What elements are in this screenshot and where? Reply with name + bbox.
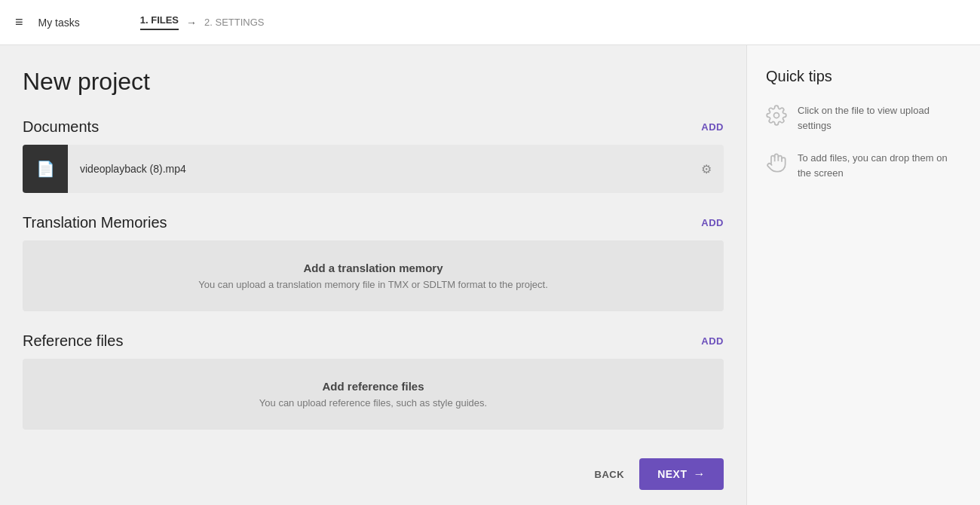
reference-files-empty-subtitle: You can upload reference files, such as … bbox=[38, 397, 709, 409]
hamburger-icon[interactable]: ≡ bbox=[15, 14, 23, 30]
header: ≡ My tasks 1. FILES → 2. SETTINGS bbox=[0, 0, 980, 45]
reference-files-add-button[interactable]: ADD bbox=[701, 335, 724, 347]
documents-section-header: Documents ADD bbox=[23, 118, 724, 136]
page-title: New project bbox=[23, 68, 724, 96]
next-button[interactable]: NEXT → bbox=[639, 458, 724, 490]
documents-add-button[interactable]: ADD bbox=[701, 121, 724, 133]
translation-memories-add-button[interactable]: ADD bbox=[701, 217, 724, 228]
steps-container: 1. FILES → 2. SETTINGS bbox=[140, 14, 265, 30]
back-button[interactable]: BACK bbox=[595, 469, 625, 480]
reference-files-section: Reference files ADD Add reference files … bbox=[23, 332, 724, 430]
content-area: New project Documents ADD 📄 videoplaybac… bbox=[0, 45, 746, 505]
translation-memories-section-header: Translation Memories ADD bbox=[23, 214, 724, 231]
step1-label[interactable]: 1. FILES bbox=[140, 14, 179, 30]
doc-settings-icon[interactable]: ⚙ bbox=[701, 162, 712, 176]
reference-files-empty-box: Add reference files You can upload refer… bbox=[23, 359, 724, 430]
next-button-label: NEXT bbox=[657, 468, 687, 480]
doc-filename: videoplayback (8).mp4 bbox=[68, 163, 701, 175]
translation-memories-section: Translation Memories ADD Add a translati… bbox=[23, 214, 724, 311]
documents-section: Documents ADD 📄 videoplayback (8).mp4 ⚙ bbox=[23, 118, 724, 193]
tip-text-1: Click on the file to view upload setting… bbox=[798, 103, 961, 133]
translation-memories-empty-title: Add a translation memory bbox=[38, 262, 709, 274]
reference-files-section-title: Reference files bbox=[23, 332, 123, 350]
translation-memories-empty-box: Add a translation memory You can upload … bbox=[23, 240, 724, 311]
tip-text-2: To add files, you can drop them on the s… bbox=[798, 151, 961, 180]
documents-section-title: Documents bbox=[23, 118, 99, 136]
tip-item-1: Click on the file to view upload setting… bbox=[766, 103, 961, 133]
footer: BACK NEXT → bbox=[595, 458, 724, 490]
step-arrow: → bbox=[186, 17, 197, 29]
tip-item-2: To add files, you can drop them on the s… bbox=[766, 151, 961, 180]
sidebar-title: Quick tips bbox=[766, 68, 961, 85]
reference-files-section-header: Reference files ADD bbox=[23, 332, 724, 350]
my-tasks-link[interactable]: My tasks bbox=[38, 17, 80, 29]
doc-icon-box: 📄 bbox=[23, 145, 68, 193]
translation-memories-empty-subtitle: You can upload a translation memory file… bbox=[38, 279, 709, 290]
translation-memories-section-title: Translation Memories bbox=[23, 214, 167, 231]
svg-point-0 bbox=[774, 113, 779, 118]
sidebar: Quick tips Click on the file to view upl… bbox=[746, 45, 980, 505]
next-arrow-icon: → bbox=[694, 467, 706, 481]
reference-files-empty-title: Add reference files bbox=[38, 380, 709, 393]
step2-label[interactable]: 2. SETTINGS bbox=[204, 17, 264, 28]
hand-tip-icon bbox=[766, 152, 787, 173]
main-layout: New project Documents ADD 📄 videoplaybac… bbox=[0, 45, 980, 505]
document-item[interactable]: 📄 videoplayback (8).mp4 ⚙ bbox=[23, 145, 724, 193]
file-icon: 📄 bbox=[36, 160, 55, 178]
gear-tip-icon bbox=[766, 105, 787, 126]
